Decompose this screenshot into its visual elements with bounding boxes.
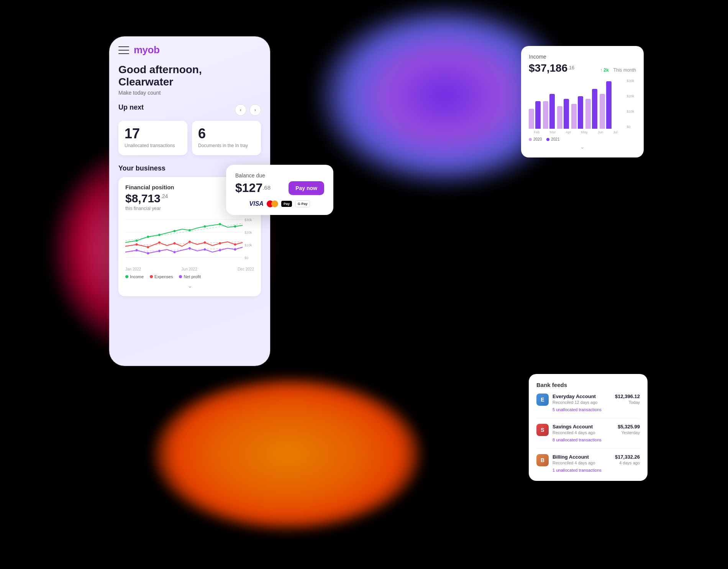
bank-feeds-card: Bank feeds E Everyday Account $12,396.12…	[529, 374, 648, 481]
bar-jul-2021	[606, 81, 612, 129]
stat-card-documents[interactable]: 6 Documents in the In tray	[192, 121, 261, 155]
svg-point-10	[219, 223, 221, 225]
income-bar-chart: $30k $20k $10k $0	[529, 79, 623, 129]
everyday-account-info: Everyday Account $12,396.12 Reconciled 1…	[553, 394, 640, 413]
svg-point-28	[219, 249, 221, 251]
prev-arrow[interactable]: ‹	[235, 104, 246, 116]
bar-may-2021	[578, 96, 583, 129]
billing-account-name: Billing Account	[553, 454, 589, 460]
savings-account-name: Savings Account	[553, 424, 593, 430]
balance-amount-group: $127.68	[235, 181, 271, 195]
chevron-down-icon[interactable]: ⌄	[125, 282, 254, 289]
pay-now-button[interactable]: Pay now	[289, 181, 324, 195]
svg-text:$20k: $20k	[244, 231, 252, 234]
svg-point-27	[204, 248, 206, 251]
hamburger-icon[interactable]	[118, 46, 129, 54]
balance-due-title: Balance due	[235, 172, 324, 179]
svg-point-7	[174, 230, 176, 232]
svg-line-30	[125, 248, 243, 252]
line-chart: $30k $20k $10k $0	[125, 216, 254, 266]
savings-reconcile-text: Reconciled 4 days ago	[553, 430, 595, 435]
income-legend-dot-2021	[546, 138, 549, 141]
billing-unallocated-link[interactable]: 1 unallocated transactions	[553, 468, 602, 472]
savings-last-sync: Yesterday	[621, 430, 640, 435]
bar-mar-2020	[543, 101, 548, 129]
svg-point-22	[136, 249, 138, 251]
savings-account-icon: S	[536, 424, 549, 436]
bank-account-everyday: E Everyday Account $12,396.12 Reconciled…	[536, 394, 640, 418]
bar-jun-2020	[585, 99, 591, 129]
balance-row: $127.68 Pay now	[235, 181, 324, 195]
billing-account-amount: $17,332.26	[615, 454, 640, 460]
stat-label-unallocated: Unallocated transactions	[125, 143, 181, 149]
bar-group-feb	[529, 101, 541, 129]
legend-netprofit: Net profit	[179, 274, 201, 279]
savings-account-info: Savings Account $5,325.99 Reconciled 4 d…	[553, 424, 640, 443]
everyday-account-amount: $12,396.12	[615, 394, 640, 399]
everyday-account-icon: E	[536, 394, 549, 406]
googlepay-icon: G Pay	[295, 200, 310, 207]
savings-name-row: Savings Account $5,325.99	[553, 424, 640, 430]
everyday-reconcile-text: Reconciled 12 days ago	[553, 400, 597, 405]
savings-reconcile-row: Reconciled 4 days ago Yesterday	[553, 430, 640, 435]
legend-dot-expenses	[150, 275, 153, 278]
mastercard-icon	[267, 200, 278, 207]
svg-point-11	[234, 225, 236, 228]
income-amount: $37,186	[529, 62, 567, 74]
savings-unallocated-link[interactable]: 8 unallocated transactions	[553, 438, 602, 442]
billing-name-row: Billing Account $17,332.26	[553, 454, 640, 460]
svg-point-29	[234, 248, 236, 251]
bar-apr-2020	[557, 106, 562, 129]
income-badge: ↑ 2k This month	[600, 67, 636, 73]
svg-text:$30k: $30k	[244, 218, 252, 222]
income-chart-y-labels: $30k $20k $10k $0	[626, 79, 634, 129]
mc-circle-right	[271, 200, 278, 207]
stat-card-unallocated[interactable]: 17 Unallocated transactions	[118, 121, 187, 155]
income-period: This month	[613, 67, 636, 73]
next-arrow[interactable]: ›	[249, 104, 261, 116]
bar-group-may	[571, 96, 583, 129]
income-header: $37,186.16 ↑ 2k This month	[529, 62, 636, 74]
up-next-header: Up next ‹ ›	[118, 103, 261, 116]
bar-jun-2021	[592, 89, 597, 129]
bar-jul-2020	[600, 94, 605, 129]
income-trend: ↑ 2k	[600, 67, 609, 73]
chart-x-labels: Jan 2022 Jun 2022 Dec 2022	[125, 267, 254, 271]
income-legend-2021: 2021	[546, 137, 559, 141]
income-bar-chart-wrapper: $30k $20k $10k $0 Feb Mar Apr May Jun Ju…	[529, 79, 636, 134]
billing-reconcile-text: Reconciled 4 days ago	[553, 461, 595, 465]
stat-cards-row: 17 Unallocated transactions 6 Documents …	[118, 121, 261, 155]
income-chevron-down-icon[interactable]: ⌄	[529, 144, 636, 150]
payment-icons-row: VISA Pay G Pay	[235, 200, 324, 207]
myob-logo: myob	[134, 44, 159, 56]
stat-number-documents: 6	[198, 127, 255, 141]
bar-group-jul	[600, 81, 612, 129]
legend-expenses: Expenses	[150, 274, 173, 279]
billing-last-sync: 4 days ago	[619, 461, 640, 465]
visa-icon: VISA	[249, 200, 264, 207]
stat-label-documents: Documents in the In tray	[198, 143, 255, 149]
everyday-account-name: Everyday Account	[553, 394, 596, 399]
svg-point-17	[189, 241, 191, 243]
svg-point-14	[147, 246, 149, 248]
up-next-title: Up next	[118, 103, 144, 112]
bg-blob-orange	[153, 377, 421, 531]
stat-number-unallocated: 17	[125, 127, 181, 141]
income-legend: 2020 2021	[529, 137, 636, 141]
legend-dot-netprofit	[179, 275, 182, 278]
savings-account-amount: $5,325.99	[618, 424, 640, 430]
billing-reconcile-row: Reconciled 4 days ago 4 days ago	[553, 461, 640, 465]
legend-income: Income	[125, 274, 144, 279]
greeting-subtitle: Make today count	[118, 90, 261, 96]
svg-point-23	[147, 252, 149, 254]
everyday-unallocated-link[interactable]: 5 unallocated transactions	[553, 407, 602, 412]
svg-point-24	[158, 250, 161, 252]
billing-account-icon: B	[536, 454, 549, 466]
income-chart-x-labels: Feb Mar Apr May Jun Jul	[529, 130, 623, 134]
bar-feb-2020	[529, 109, 534, 129]
svg-point-4	[136, 239, 138, 242]
svg-text:$10k: $10k	[244, 243, 252, 247]
bank-feeds-title: Bank feeds	[536, 382, 640, 388]
income-card-title: Income	[529, 54, 636, 60]
svg-point-15	[158, 241, 161, 244]
